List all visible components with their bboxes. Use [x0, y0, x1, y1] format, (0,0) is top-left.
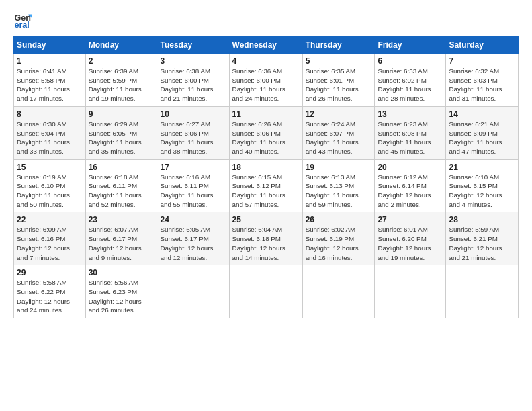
day-number: 1 — [17, 56, 83, 66]
week-row-4: 22Sunrise: 6:09 AM Sunset: 6:16 PM Dayli… — [14, 212, 519, 265]
empty-cell — [446, 265, 519, 318]
day-number: 11 — [232, 109, 300, 119]
day-cell-5: 5Sunrise: 6:35 AM Sunset: 6:01 PM Daylig… — [302, 54, 375, 107]
day-cell-27: 27Sunrise: 6:01 AM Sunset: 6:20 PM Dayli… — [375, 212, 446, 265]
day-info: Sunrise: 6:24 AM Sunset: 6:07 PM Dayligh… — [306, 120, 372, 156]
day-number: 10 — [160, 109, 226, 119]
day-number: 30 — [89, 268, 154, 277]
day-info: Sunrise: 5:58 AM Sunset: 6:22 PM Dayligh… — [17, 278, 83, 315]
day-cell-4: 4Sunrise: 6:36 AM Sunset: 6:00 PM Daylig… — [229, 54, 302, 107]
day-cell-16: 16Sunrise: 6:18 AM Sunset: 6:11 PM Dayli… — [85, 159, 157, 212]
day-number: 20 — [378, 163, 443, 172]
day-cell-30: 30Sunrise: 5:56 AM Sunset: 6:23 PM Dayli… — [85, 265, 157, 318]
day-info: Sunrise: 6:21 AM Sunset: 6:09 PM Dayligh… — [449, 120, 515, 156]
header: Gen eral — [13, 11, 519, 30]
week-row-2: 8Sunrise: 6:30 AM Sunset: 6:04 PM Daylig… — [14, 106, 519, 159]
day-number: 7 — [449, 56, 515, 66]
weekday-header-friday: Friday — [375, 37, 446, 54]
day-cell-10: 10Sunrise: 6:27 AM Sunset: 6:06 PM Dayli… — [157, 106, 229, 159]
day-cell-7: 7Sunrise: 6:32 AM Sunset: 6:03 PM Daylig… — [446, 54, 519, 107]
day-number: 18 — [232, 163, 300, 172]
day-info: Sunrise: 6:39 AM Sunset: 5:59 PM Dayligh… — [89, 66, 154, 103]
day-cell-21: 21Sunrise: 6:10 AM Sunset: 6:15 PM Dayli… — [446, 159, 519, 212]
day-cell-6: 6Sunrise: 6:33 AM Sunset: 6:02 PM Daylig… — [375, 54, 446, 107]
week-row-1: 1Sunrise: 6:41 AM Sunset: 5:58 PM Daylig… — [14, 54, 519, 107]
day-info: Sunrise: 6:33 AM Sunset: 6:02 PM Dayligh… — [378, 66, 443, 103]
day-number: 16 — [89, 163, 154, 172]
day-cell-26: 26Sunrise: 6:02 AM Sunset: 6:19 PM Dayli… — [302, 212, 375, 265]
page: Gen eral SundayMondayTuesdayWednesdayThu… — [0, 0, 532, 411]
day-info: Sunrise: 6:38 AM Sunset: 6:00 PM Dayligh… — [160, 66, 226, 103]
day-number: 12 — [306, 109, 372, 119]
day-info: Sunrise: 6:10 AM Sunset: 6:15 PM Dayligh… — [449, 173, 515, 210]
day-info: Sunrise: 6:32 AM Sunset: 6:03 PM Dayligh… — [449, 66, 515, 103]
day-cell-18: 18Sunrise: 6:15 AM Sunset: 6:12 PM Dayli… — [229, 159, 302, 212]
day-info: Sunrise: 5:59 AM Sunset: 6:21 PM Dayligh… — [449, 225, 515, 262]
weekday-header-wednesday: Wednesday — [229, 37, 302, 54]
day-number: 3 — [160, 56, 226, 66]
day-number: 28 — [449, 215, 515, 224]
day-cell-8: 8Sunrise: 6:30 AM Sunset: 6:04 PM Daylig… — [14, 106, 86, 159]
day-cell-29: 29Sunrise: 5:58 AM Sunset: 6:22 PM Dayli… — [14, 265, 86, 318]
weekday-header-tuesday: Tuesday — [157, 37, 229, 54]
logo: Gen eral — [13, 11, 35, 30]
weekday-header-sunday: Sunday — [14, 37, 86, 54]
day-info: Sunrise: 5:56 AM Sunset: 6:23 PM Dayligh… — [89, 278, 154, 315]
day-info: Sunrise: 6:30 AM Sunset: 6:04 PM Dayligh… — [17, 120, 83, 156]
day-number: 5 — [306, 56, 372, 66]
day-info: Sunrise: 6:09 AM Sunset: 6:16 PM Dayligh… — [17, 225, 83, 262]
day-number: 27 — [378, 215, 443, 224]
empty-cell — [229, 265, 302, 318]
day-info: Sunrise: 6:07 AM Sunset: 6:17 PM Dayligh… — [89, 225, 154, 262]
day-number: 21 — [449, 163, 515, 172]
day-number: 6 — [378, 56, 443, 66]
day-cell-2: 2Sunrise: 6:39 AM Sunset: 5:59 PM Daylig… — [85, 54, 157, 107]
day-cell-9: 9Sunrise: 6:29 AM Sunset: 6:05 PM Daylig… — [85, 106, 157, 159]
day-info: Sunrise: 6:26 AM Sunset: 6:06 PM Dayligh… — [232, 120, 300, 156]
svg-text:eral: eral — [14, 20, 29, 30]
day-cell-3: 3Sunrise: 6:38 AM Sunset: 6:00 PM Daylig… — [157, 54, 229, 107]
week-row-5: 29Sunrise: 5:58 AM Sunset: 6:22 PM Dayli… — [14, 265, 519, 318]
day-cell-12: 12Sunrise: 6:24 AM Sunset: 6:07 PM Dayli… — [302, 106, 375, 159]
day-info: Sunrise: 6:13 AM Sunset: 6:13 PM Dayligh… — [306, 173, 372, 210]
day-cell-1: 1Sunrise: 6:41 AM Sunset: 5:58 PM Daylig… — [14, 54, 86, 107]
day-number: 15 — [17, 163, 83, 172]
day-number: 19 — [306, 163, 372, 172]
weekday-header-thursday: Thursday — [302, 37, 375, 54]
day-info: Sunrise: 6:36 AM Sunset: 6:00 PM Dayligh… — [232, 66, 300, 103]
day-number: 8 — [17, 109, 83, 119]
empty-cell — [375, 265, 446, 318]
day-info: Sunrise: 6:23 AM Sunset: 6:08 PM Dayligh… — [378, 120, 443, 156]
day-info: Sunrise: 6:16 AM Sunset: 6:11 PM Dayligh… — [160, 173, 226, 210]
calendar: SundayMondayTuesdayWednesdayThursdayFrid… — [13, 36, 519, 318]
day-cell-15: 15Sunrise: 6:19 AM Sunset: 6:10 PM Dayli… — [14, 159, 86, 212]
day-info: Sunrise: 6:18 AM Sunset: 6:11 PM Dayligh… — [89, 173, 154, 210]
day-info: Sunrise: 6:01 AM Sunset: 6:20 PM Dayligh… — [378, 225, 443, 262]
day-cell-20: 20Sunrise: 6:12 AM Sunset: 6:14 PM Dayli… — [375, 159, 446, 212]
day-number: 26 — [306, 215, 372, 224]
day-cell-28: 28Sunrise: 5:59 AM Sunset: 6:21 PM Dayli… — [446, 212, 519, 265]
day-cell-17: 17Sunrise: 6:16 AM Sunset: 6:11 PM Dayli… — [157, 159, 229, 212]
weekday-header-saturday: Saturday — [446, 37, 519, 54]
day-cell-13: 13Sunrise: 6:23 AM Sunset: 6:08 PM Dayli… — [375, 106, 446, 159]
day-info: Sunrise: 6:04 AM Sunset: 6:18 PM Dayligh… — [232, 225, 300, 262]
day-info: Sunrise: 6:02 AM Sunset: 6:19 PM Dayligh… — [306, 225, 372, 262]
day-number: 17 — [160, 163, 226, 172]
day-info: Sunrise: 6:35 AM Sunset: 6:01 PM Dayligh… — [306, 66, 372, 103]
day-info: Sunrise: 6:19 AM Sunset: 6:10 PM Dayligh… — [17, 173, 83, 210]
week-row-3: 15Sunrise: 6:19 AM Sunset: 6:10 PM Dayli… — [14, 159, 519, 212]
day-number: 24 — [160, 215, 226, 224]
day-number: 9 — [89, 109, 154, 119]
logo-icon: Gen eral — [13, 11, 32, 30]
day-info: Sunrise: 6:15 AM Sunset: 6:12 PM Dayligh… — [232, 173, 300, 210]
day-number: 13 — [378, 109, 443, 119]
day-cell-14: 14Sunrise: 6:21 AM Sunset: 6:09 PM Dayli… — [446, 106, 519, 159]
day-cell-23: 23Sunrise: 6:07 AM Sunset: 6:17 PM Dayli… — [85, 212, 157, 265]
day-number: 4 — [232, 56, 300, 66]
day-info: Sunrise: 6:29 AM Sunset: 6:05 PM Dayligh… — [89, 120, 154, 156]
day-cell-11: 11Sunrise: 6:26 AM Sunset: 6:06 PM Dayli… — [229, 106, 302, 159]
day-number: 23 — [89, 215, 154, 224]
empty-cell — [302, 265, 375, 318]
day-cell-22: 22Sunrise: 6:09 AM Sunset: 6:16 PM Dayli… — [14, 212, 86, 265]
day-number: 2 — [89, 56, 154, 66]
